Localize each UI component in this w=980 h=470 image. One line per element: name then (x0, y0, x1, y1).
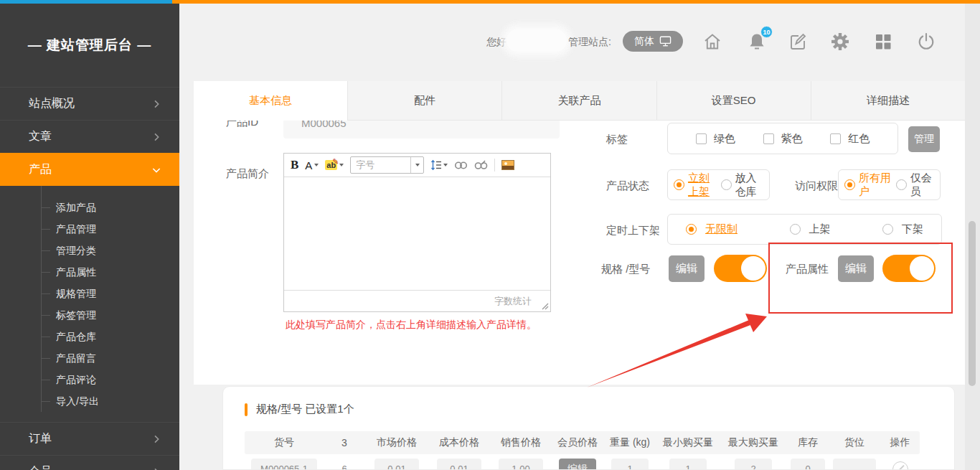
manage-tags-button[interactable]: 管理 (908, 126, 940, 152)
radio-publish-now[interactable]: 立刻上架 (674, 171, 717, 199)
tab-detailed-description[interactable]: 详细描述 (811, 81, 965, 121)
tab-accessories[interactable]: 配件 (347, 81, 501, 121)
remove-link-icon[interactable] (474, 160, 488, 171)
spec-section-count: 已设置1个 (305, 403, 354, 415)
radio-no-limit[interactable]: 无限制 (686, 222, 738, 236)
market-price-cell[interactable]: 0.01 (374, 459, 419, 470)
resize-grip[interactable] (541, 302, 549, 310)
admin-page: — 建站管理后台 — 站点概况 文章 产品 添加产品 产品管理 管理分类 产品属… (0, 0, 980, 470)
submenu-item-spec-management[interactable]: 规格管理 (0, 283, 179, 304)
spec-section-title: 规格/型号 (256, 403, 302, 415)
font-color-icon[interactable]: A (305, 159, 319, 171)
tag-checkbox-green[interactable]: 绿色 (696, 132, 735, 146)
section-accent-bar (245, 403, 248, 416)
submenu-item-product-management[interactable]: 产品管理 (0, 218, 179, 240)
notifications-bell-icon[interactable]: 10 (747, 32, 767, 52)
max-qty-cell[interactable]: 2 (735, 459, 772, 470)
sidebar-item-orders[interactable]: 订单 (0, 422, 179, 455)
product-edit-card: 产品ID M000065 产品简介 B A ab✎ 字号 (194, 81, 965, 385)
submenu-item-product-messages[interactable]: 产品留言 (0, 347, 179, 369)
spec-edit-button[interactable]: 编辑 (669, 255, 705, 282)
checkbox-icon (696, 133, 707, 144)
insert-image-icon[interactable] (501, 160, 514, 170)
sidebar-item-products[interactable]: 产品 (0, 153, 179, 186)
col-market-price: 市场价格 (365, 436, 428, 449)
col-location: 货位 (829, 436, 880, 449)
col-min-qty: 最小购买量 (656, 436, 720, 449)
power-logout-icon[interactable] (916, 32, 936, 52)
checkbox-icon (830, 133, 841, 144)
rich-text-editor[interactable]: B A ab✎ 字号 (283, 153, 551, 312)
sidebar-item-articles[interactable]: 文章 (0, 120, 179, 153)
tags-group: 绿色 紫色 红色 (667, 123, 898, 154)
sidebar-item-members[interactable]: 会员 (0, 455, 179, 470)
radio-selected-icon (674, 179, 684, 190)
font-size-select[interactable]: 字号 (350, 156, 424, 174)
row-edit-button[interactable]: 编辑 (559, 459, 596, 470)
language-button[interactable]: 简体 (623, 31, 683, 52)
col-weight: 重量 (kg) (603, 436, 656, 449)
cost-price-cell[interactable]: 0.01 (437, 459, 481, 470)
radio-icon (896, 179, 907, 190)
intro-hint-text: 此处填写产品简介，点击右上角详细描述输入产品详情。 (286, 319, 537, 332)
schedule-label: 定时上下架 (606, 224, 660, 238)
radio-all-users[interactable]: 所有用户 (844, 171, 892, 199)
radio-icon (882, 224, 893, 235)
submenu-item-add-product[interactable]: 添加产品 (0, 197, 179, 218)
tab-bar: 基本信息 配件 关联产品 设置SEO 详细描述 (194, 81, 965, 121)
location-cell[interactable] (833, 459, 876, 470)
edit-icon[interactable] (788, 32, 808, 52)
stock-cell[interactable]: 0 (791, 459, 825, 470)
sale-price-cell[interactable]: 1.00 (499, 459, 543, 470)
tab-basic-info[interactable]: 基本信息 (194, 81, 347, 121)
tag-checkbox-red[interactable]: 红色 (830, 132, 870, 146)
spec-list-card: 规格/型号 已设置1个 货号 3 市场价格 成本价格 销售价格 会员价格 重量 … (222, 386, 955, 470)
tag-checkbox-purple[interactable]: 紫色 (763, 132, 803, 146)
sku-cell[interactable]: M000065-1 (251, 459, 317, 470)
editor-toolbar: B A ab✎ 字号 (284, 154, 550, 177)
spec-model-label: 规格 /型号 (601, 263, 650, 276)
language-label: 简体 (634, 35, 654, 48)
radio-schedule-on[interactable]: 上架 (790, 222, 831, 236)
delete-row-icon[interactable] (892, 461, 908, 470)
spec-table-header: 货号 3 市场价格 成本价格 销售价格 会员价格 重量 (kg) 最小购买量 最… (245, 431, 920, 454)
tab-related-products[interactable]: 关联产品 (501, 81, 656, 121)
settings-gear-icon[interactable] (830, 32, 850, 52)
radio-selected-icon (686, 224, 697, 235)
weight-cell[interactable]: 1 (611, 459, 649, 470)
home-icon[interactable] (702, 32, 722, 52)
tab-seo-settings[interactable]: 设置SEO (656, 81, 811, 121)
spec-table-row: M000065-1 6 0.01 0.01 1.00 编辑 1 1 2 0 (245, 459, 920, 470)
submenu-item-tag-management[interactable]: 标签管理 (0, 304, 179, 326)
sidebar-item-label: 文章 (29, 129, 52, 144)
product-status-label: 产品状态 (606, 179, 649, 193)
spec-toggle-on[interactable] (714, 255, 767, 282)
annotation-highlight-box (768, 243, 953, 314)
radio-members-only[interactable]: 仅会员 (896, 171, 934, 199)
sidebar-item-label: 站点概况 (29, 96, 75, 111)
sidebar-item-site-overview[interactable]: 站点概况 (0, 87, 179, 120)
submenu-item-product-warehouse[interactable]: 产品仓库 (0, 326, 179, 347)
min-qty-cell[interactable]: 1 (669, 459, 707, 470)
line-height-icon[interactable] (430, 159, 448, 171)
col-sku: 货号 (245, 436, 324, 449)
select-caret-icon (410, 157, 423, 173)
top-strip-orange (172, 0, 980, 4)
submenu-item-category-management[interactable]: 管理分类 (0, 240, 179, 261)
sidebar: — 建站管理后台 — 站点概况 文章 产品 添加产品 产品管理 管理分类 产品属… (0, 4, 179, 470)
radio-to-warehouse[interactable]: 放入仓库 (721, 171, 764, 199)
col-cost-price: 成本价格 (428, 436, 490, 449)
apps-grid-icon[interactable] (873, 32, 893, 52)
bold-icon[interactable]: B (291, 158, 298, 172)
spec-value-cell: 6 (341, 459, 347, 470)
manage-site-label: 管理站点: (568, 36, 611, 49)
chevron-right-icon (151, 466, 162, 470)
radio-schedule-off[interactable]: 下架 (882, 222, 923, 236)
submenu-item-import-export[interactable]: 导入/导出 (0, 390, 179, 412)
insert-link-icon[interactable] (454, 161, 468, 170)
highlight-icon[interactable]: ab✎ (325, 160, 344, 170)
submenu-item-product-reviews[interactable]: 产品评论 (0, 369, 179, 390)
scrollbar-thumb[interactable] (969, 221, 976, 386)
col-3: 3 (324, 437, 365, 448)
submenu-item-product-attributes[interactable]: 产品属性 (0, 261, 179, 283)
